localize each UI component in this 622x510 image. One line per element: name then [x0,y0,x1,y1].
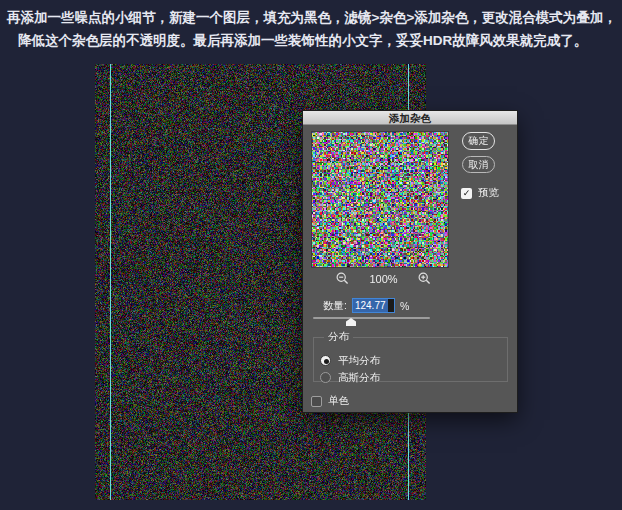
amount-label: 数量: [323,299,347,313]
preview-checkbox[interactable]: ✓ [461,188,472,199]
add-noise-dialog: 添加杂色 确定 取消 ✓ 预览 100% [303,111,517,412]
gaussian-radio[interactable] [320,372,331,383]
zoom-level: 100% [369,273,397,285]
amount-row: 数量: 124.77 % [303,298,517,313]
ok-button-label: 确定 [469,134,489,148]
intro-paragraph: 再添加一些噪点的小细节，新建一个图层，填充为黑色，滤镜>杂色>添加杂色，更改混合… [7,6,619,52]
gaussian-radio-row[interactable]: 高斯分布 [320,369,507,386]
guide-line-left [110,64,111,500]
amount-unit: % [400,300,409,312]
preview-checkbox-row[interactable]: ✓ 预览 [461,186,499,200]
ok-button[interactable]: 确定 [462,132,495,150]
cancel-button-label: 取消 [469,158,489,172]
amount-value-selected: 124.77 [353,299,388,312]
distribution-group: 分布 平均分布 高斯分布 [313,330,508,382]
monochrome-checkbox-row[interactable]: 单色 [311,394,349,408]
dialog-titlebar[interactable]: 添加杂色 [303,111,517,125]
zoom-controls: 100% [311,271,449,286]
zoom-in-icon[interactable] [418,272,431,285]
tutorial-page: 再添加一些噪点的小细节，新建一个图层，填充为黑色，滤镜>杂色>添加杂色，更改混合… [0,0,622,510]
noise-preview [312,132,448,267]
intro-line-2: 降低这个杂色层的不透明度。最后再添加一些装饰性的小文字，妥妥HDR故障风效果就完… [18,29,619,52]
amount-slider-thumb[interactable] [346,318,356,326]
dialog-title: 添加杂色 [389,112,431,124]
uniform-radio-label: 平均分布 [338,354,380,368]
amount-slider-track[interactable] [313,317,430,319]
monochrome-checkbox[interactable] [311,396,322,407]
gaussian-radio-label: 高斯分布 [338,371,380,385]
uniform-radio[interactable] [320,355,331,366]
noise-preview-box[interactable] [311,131,449,268]
intro-line-1: 再添加一些噪点的小细节，新建一个图层，填充为黑色，滤镜>杂色>添加杂色，更改混合… [7,6,619,29]
amount-input[interactable]: 124.77 [352,298,395,313]
preview-checkbox-label: 预览 [478,186,499,200]
zoom-out-icon[interactable] [336,272,349,285]
uniform-radio-row[interactable]: 平均分布 [320,352,507,369]
monochrome-checkbox-label: 单色 [328,394,349,408]
distribution-legend: 分布 [324,330,353,344]
cancel-button[interactable]: 取消 [462,156,495,173]
check-icon: ✓ [463,188,471,199]
